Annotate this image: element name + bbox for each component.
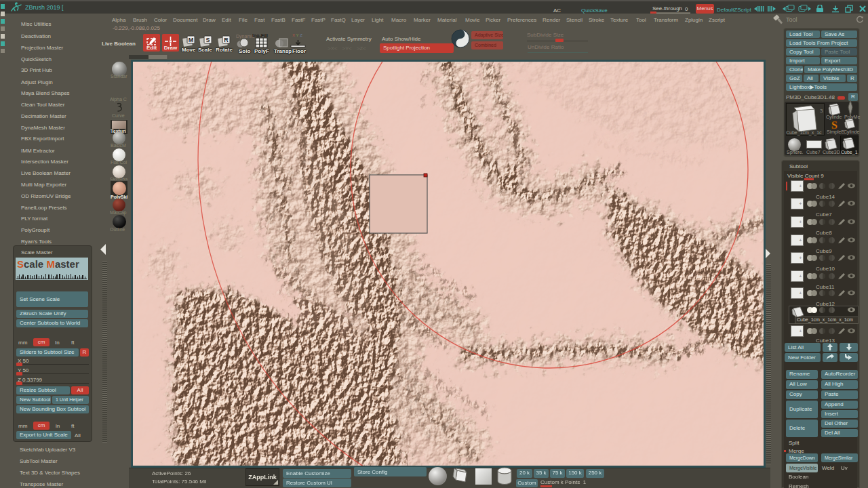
svg-text:S: S	[205, 37, 210, 43]
svg-text:M: M	[189, 37, 194, 43]
svg-text:3: 3	[820, 108, 823, 114]
svg-text:R: R	[224, 37, 229, 43]
